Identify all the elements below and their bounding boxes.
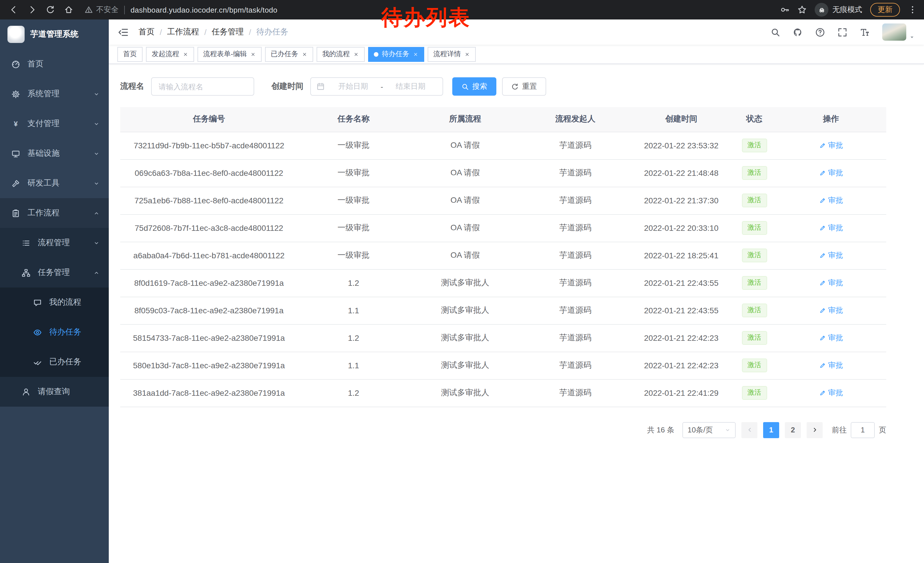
initiator-cell: 芋道源码 [521,297,630,324]
close-icon[interactable] [183,51,188,57]
create-time-label: 创建时间 [272,81,303,92]
sidebar-item-infra[interactable]: 基础设施 [0,139,109,168]
tab-label: 已办任务 [271,49,298,59]
approve-link[interactable]: 审批 [819,223,843,233]
tab-发起流程[interactable]: 发起流程 [146,47,194,62]
breadcrumb-item[interactable]: 工作流程 [167,27,199,37]
search-button[interactable]: 搜索 [452,77,496,96]
task-id-cell: a6aba0a4-7b6d-11ec-b781-acde48001122 [120,242,298,269]
tab-流程表单-编辑[interactable]: 流程表单-编辑 [198,47,262,62]
action-cell: 审批 [776,214,886,242]
created-cell: 2022-01-22 21:48:48 [630,159,733,187]
process-cell: OA 请假 [410,187,521,214]
fullscreen-icon[interactable] [837,27,847,37]
approve-link[interactable]: 审批 [819,168,843,178]
user-menu[interactable] [882,24,915,41]
sitemap-icon [22,268,32,277]
gauge-icon [12,60,21,68]
password-key-icon[interactable] [780,5,789,14]
table-header-row: 任务编号任务名称所属流程流程发起人创建时间状态操作 [120,107,886,132]
browser-home-icon[interactable] [62,3,76,17]
github-icon[interactable] [793,27,802,37]
close-icon[interactable] [250,51,256,57]
approve-link[interactable]: 审批 [819,278,843,288]
close-icon[interactable] [353,51,359,57]
sidebar-item-done-task[interactable]: 已办任务 [0,347,109,377]
sidebar-collapse-icon[interactable] [118,27,129,38]
font-size-icon[interactable] [860,27,870,37]
app-logo [8,26,25,43]
sidebar-item-workflow[interactable]: 工作流程 [0,198,109,228]
incognito-icon [814,3,828,17]
status-badge: 激活 [742,139,767,152]
close-icon[interactable] [464,51,470,57]
browser-update-button[interactable]: 更新 [870,3,900,17]
tab-待办任务[interactable]: 待办任务 [368,47,424,62]
browser-back-icon[interactable] [7,3,21,17]
sidebar-item-home[interactable]: 首页 [0,49,109,79]
sidebar-item-task-mgmt[interactable]: 任务管理 [0,258,109,288]
sidebar-item-devtools[interactable]: 研发工具 [0,168,109,198]
tab-流程详情[interactable]: 流程详情 [428,47,476,62]
action-cell: 审批 [776,187,886,214]
reset-button[interactable]: 重置 [502,77,546,96]
prev-page-button[interactable] [741,422,758,438]
tab-已办任务[interactable]: 已办任务 [265,47,313,62]
address-bar[interactable]: dashboard.yudao.iocoder.cn/bpm/task/todo [130,6,278,14]
approve-link[interactable]: 审批 [819,360,843,371]
date-range-picker[interactable]: 开始日期 - 结束日期 [310,77,443,96]
status-badge: 激活 [742,249,767,262]
approve-link[interactable]: 审批 [819,305,843,315]
page-size-select[interactable]: 10条/页 [682,422,736,438]
initiator-cell: 芋道源码 [521,324,630,352]
security-indicator[interactable]: 不安全 [85,5,118,15]
breadcrumb-item[interactable]: 任务管理 [212,27,244,37]
created-cell: 2022-01-21 22:43:55 [630,269,733,297]
top-navbar: 首页/工作流程/任务管理/待办任务 [109,20,924,45]
sidebar-item-payment[interactable]: ¥支付管理 [0,109,109,139]
goto-page-input[interactable] [851,422,875,438]
page-button-2[interactable]: 2 [785,422,801,438]
status-badge: 激活 [742,303,767,317]
status-cell: 激活 [733,159,776,187]
app-logo-row[interactable]: 芋道管理系统 [0,20,109,49]
process-name-input[interactable] [151,77,254,96]
table-row: 069c6a63-7b8a-11ec-8ef0-acde48001122一级审批… [120,159,886,187]
action-cell: 审批 [776,352,886,379]
tab-我的流程[interactable]: 我的流程 [316,47,364,62]
approve-link[interactable]: 审批 [819,195,843,206]
close-icon[interactable] [413,51,418,57]
breadcrumb-item[interactable]: 首页 [138,27,154,37]
sidebar-item-my-process[interactable]: 我的流程 [0,288,109,317]
chevron-down-icon [725,427,730,433]
sidebar-item-leave-query[interactable]: 请假查询 [0,377,109,407]
approve-link[interactable]: 审批 [819,140,843,151]
screen: 不安全 dashboard.yudao.iocoder.cn/bpm/task/… [0,0,924,563]
approve-link-label: 审批 [828,360,843,371]
tab-首页[interactable]: 首页 [117,47,142,62]
next-page-button[interactable] [807,422,823,438]
monitor-icon [12,149,21,158]
sidebar-item-todo-task[interactable]: 待办任务 [0,317,109,347]
task-id-cell: 069c6a63-7b8a-11ec-8ef0-acde48001122 [120,159,298,187]
tools-icon [12,179,21,188]
task-name-cell: 一级审批 [298,132,410,159]
process-cell: 测试多审批人 [410,297,521,324]
bookmark-star-icon[interactable] [798,5,807,14]
help-icon[interactable] [815,27,825,37]
approve-link[interactable]: 审批 [819,388,843,398]
sidebar-item-process-mgmt[interactable]: 流程管理 [0,228,109,258]
sidebar-item-system[interactable]: 系统管理 [0,79,109,109]
initiator-cell: 芋道源码 [521,187,630,214]
column-header: 操作 [776,107,886,132]
browser-forward-icon[interactable] [25,3,39,17]
approve-link[interactable]: 审批 [819,250,843,261]
page-button-1[interactable]: 1 [763,422,779,438]
browser-menu-icon[interactable] [908,5,917,14]
browser-refresh-icon[interactable] [44,3,57,17]
approve-link[interactable]: 审批 [819,333,843,343]
close-icon[interactable] [302,51,308,57]
pencil-icon [819,170,826,176]
status-badge: 激活 [742,166,767,180]
search-icon[interactable] [771,27,780,37]
